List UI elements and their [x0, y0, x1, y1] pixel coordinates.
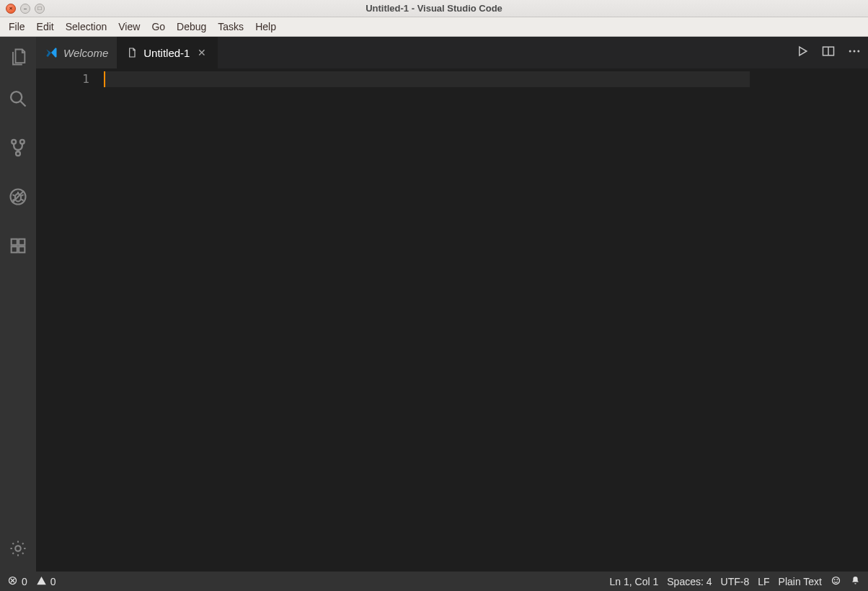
tab-bar: Welcome Untitled-1 ✕: [36, 37, 868, 68]
line-number: 1: [36, 71, 104, 87]
file-icon: [126, 47, 138, 58]
menu-go[interactable]: Go: [146, 19, 171, 35]
window-minimize-button[interactable]: –: [20, 4, 30, 14]
svg-line-10: [21, 195, 24, 196]
error-count: 0: [22, 576, 27, 587]
svg-point-29: [837, 579, 838, 579]
search-icon: [8, 89, 28, 112]
current-line-highlight: [104, 71, 750, 87]
tab-close-button[interactable]: ✕: [195, 46, 208, 59]
svg-line-12: [21, 200, 24, 201]
svg-point-28: [834, 579, 835, 579]
svg-point-3: [20, 140, 25, 144]
git-branch-icon: [8, 138, 28, 161]
os-titlebar: × – □ Untitled-1 - Visual Studio Code: [0, 0, 868, 17]
svg-rect-15: [19, 239, 25, 245]
svg-point-2: [12, 140, 16, 144]
activity-bar: [0, 37, 36, 572]
run-button[interactable]: [794, 45, 810, 61]
code-area[interactable]: [104, 68, 799, 572]
extensions-icon: [8, 236, 28, 259]
menu-file[interactable]: File: [3, 19, 31, 35]
status-cursor-position[interactable]: Ln 1, Col 1: [610, 576, 659, 587]
menu-edit[interactable]: Edit: [31, 19, 60, 35]
menu-debug[interactable]: Debug: [171, 19, 212, 35]
files-icon: [8, 47, 28, 70]
minimap[interactable]: [799, 68, 848, 572]
play-icon: [795, 44, 810, 61]
os-menubar: File Edit Selection View Go Debug Tasks …: [0, 17, 868, 37]
vertical-scrollbar[interactable]: [848, 68, 868, 572]
window-close-button[interactable]: ×: [6, 4, 16, 14]
status-indentation[interactable]: Spaces: 4: [667, 576, 712, 587]
text-cursor: [104, 71, 105, 87]
activity-explorer[interactable]: [0, 41, 36, 76]
tab-untitled-1[interactable]: Untitled-1 ✕: [118, 37, 218, 68]
svg-point-18: [15, 546, 20, 551]
tab-welcome[interactable]: Welcome: [36, 37, 118, 68]
svg-line-9: [12, 195, 15, 196]
gear-icon: [8, 538, 28, 561]
svg-point-22: [854, 50, 856, 53]
status-feedback[interactable]: [831, 575, 841, 588]
status-eol[interactable]: LF: [758, 576, 769, 587]
window-title: Untitled-1 - Visual Studio Code: [0, 3, 868, 14]
tab-label: Welcome: [63, 47, 108, 59]
close-icon: ✕: [198, 47, 206, 58]
status-notifications[interactable]: [850, 575, 861, 588]
warning-icon: [36, 575, 47, 588]
tab-label: Untitled-1: [143, 47, 190, 59]
status-encoding[interactable]: UTF-8: [721, 576, 750, 587]
editor[interactable]: 1: [36, 68, 868, 572]
split-horizontal-icon: [821, 44, 836, 61]
bell-icon: [850, 575, 861, 588]
activity-search[interactable]: [0, 76, 36, 125]
vscode-icon: [45, 46, 58, 59]
svg-point-4: [16, 151, 20, 156]
svg-rect-17: [19, 246, 25, 252]
svg-rect-14: [12, 239, 17, 245]
menu-view[interactable]: View: [112, 19, 146, 35]
more-actions-button[interactable]: [846, 45, 862, 61]
bug-slash-icon: [8, 187, 28, 210]
activity-source-control[interactable]: [0, 125, 36, 174]
menu-help[interactable]: Help: [249, 19, 282, 35]
svg-point-21: [849, 50, 851, 53]
svg-rect-16: [12, 246, 17, 252]
ellipsis-icon: [847, 44, 862, 61]
status-warnings[interactable]: 0: [36, 575, 56, 588]
warning-count: 0: [50, 576, 56, 587]
line-number-gutter: 1: [36, 68, 104, 572]
activity-debug[interactable]: [0, 174, 36, 223]
status-bar: 0 0 Ln 1, Col 1 Spaces: 4 UTF-8 LF Plain…: [0, 572, 868, 591]
status-errors[interactable]: 0: [7, 575, 27, 588]
window-maximize-button[interactable]: □: [35, 4, 45, 14]
svg-point-23: [857, 50, 859, 53]
activity-extensions[interactable]: [0, 223, 36, 272]
split-editor-button[interactable]: [820, 45, 836, 61]
menu-selection[interactable]: Selection: [60, 19, 113, 35]
activity-settings[interactable]: [0, 533, 36, 567]
error-icon: [7, 575, 18, 588]
menu-tasks[interactable]: Tasks: [212, 19, 249, 35]
svg-line-1: [21, 102, 26, 107]
smiley-icon: [831, 575, 841, 588]
svg-point-0: [11, 92, 22, 102]
svg-point-27: [833, 577, 840, 584]
status-language-mode[interactable]: Plain Text: [779, 576, 822, 587]
